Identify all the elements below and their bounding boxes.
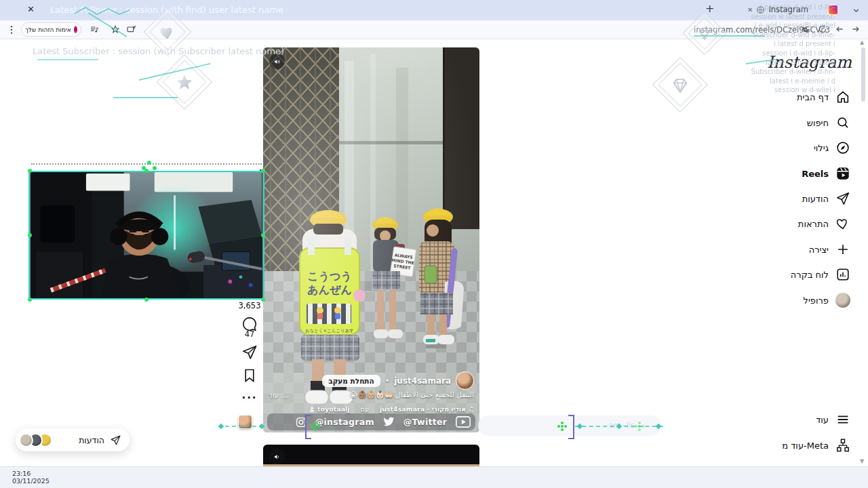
resize-handle[interactable]	[261, 298, 265, 302]
taskbar-clock[interactable]: 23:16 03/11/2025	[12, 470, 50, 485]
stream-ghost-text: Latest Subscriber : session (with Subscr…	[33, 46, 284, 56]
move-handle[interactable]	[311, 422, 320, 431]
play-button-icon[interactable]	[456, 416, 471, 428]
sidebar-item-profile[interactable]: פרופיל	[804, 292, 850, 308]
search-icon	[835, 115, 850, 130]
scrollbar-down-arrow[interactable]: ▼	[860, 458, 864, 464]
reel-user-row: התחלת מעקב • just4samara	[269, 371, 474, 390]
paper-plane-icon	[110, 434, 121, 446]
more-options-button[interactable]: ···	[231, 392, 269, 404]
sidebar-item-create[interactable]: יצירה	[809, 241, 850, 258]
forward-arrow-icon[interactable]	[850, 24, 861, 35]
plus-icon	[835, 242, 850, 257]
rotate-handle[interactable]	[142, 166, 146, 170]
twitter-bird-icon	[383, 417, 395, 427]
selection-bracket-right[interactable]	[568, 415, 574, 439]
scrollbar-thumb[interactable]	[861, 47, 865, 102]
ghost-line: session w latest present-	[710, 12, 835, 22]
tab-list-chevron-down-icon[interactable]	[852, 6, 861, 15]
reel-user-avatar[interactable]	[456, 371, 474, 390]
gem-deco-icon	[669, 75, 691, 96]
ghost-line: i e-wld i pesseiBi e-wliel	[710, 21, 835, 30]
ghost-line: session w d-wliel i	[710, 85, 835, 95]
ghost-line: i pesseiw d-wld i d-lip-	[710, 3, 835, 12]
heart-icon	[835, 216, 850, 231]
avatar	[19, 433, 33, 447]
compass-icon	[835, 140, 850, 155]
meta-apps-icon	[835, 438, 850, 453]
mute-button[interactable]	[269, 449, 285, 464]
save-button[interactable]	[231, 367, 269, 384]
star-deco-icon	[174, 72, 195, 94]
sidebar-label: עוד	[816, 415, 829, 425]
sidebar-label: הודעות	[802, 194, 829, 204]
glitch-zigzag	[75, 5, 130, 18]
sidebar-label: חיפוש	[807, 118, 829, 128]
rotate-handle[interactable]	[147, 161, 151, 165]
sidebar-item-notifications[interactable]: התראות	[798, 216, 850, 232]
sidebar-item-explore[interactable]: גילוי	[814, 140, 850, 156]
verification-badge-icon	[74, 26, 77, 33]
glitch-underline	[37, 59, 98, 60]
sidebar-label: יצירה	[809, 245, 829, 255]
sidebar-item-more-from-meta[interactable]: עוד מ-Meta	[782, 437, 850, 453]
heart-deco-icon	[158, 23, 177, 42]
video-social-bar: @instagram @Twitter	[267, 413, 475, 430]
follow-button[interactable]: התחלת מעקב	[322, 375, 380, 387]
move-handle[interactable]	[635, 422, 644, 431]
clock-time: 23:16	[12, 470, 50, 477]
messages-pill-label: הודעות	[79, 435, 104, 445]
reel-video[interactable]: ALWAYS MIND THE STREET こうつう あんぜん	[263, 47, 479, 432]
share-button[interactable]	[231, 344, 269, 361]
scrollbar-up-arrow[interactable]: ▲	[860, 39, 864, 45]
selection-node[interactable]	[218, 424, 224, 429]
ghost-line: latest i e-mei d-bieei	[710, 58, 835, 68]
move-handle[interactable]	[557, 422, 567, 431]
resize-handle[interactable]	[261, 233, 265, 237]
messages-avatars	[24, 433, 52, 447]
sidebar-item-more[interactable]: עוד	[816, 411, 850, 428]
twitter-handle: @Twitter	[403, 417, 447, 427]
speaker-icon	[273, 58, 281, 66]
reel-caption-row[interactable]: التنقل للجميع حتى الاطفال 🤲🏻👶🏻👶🏼👶🏽😭 ... …	[269, 390, 474, 399]
bookmark-icon	[241, 367, 258, 384]
reel-username[interactable]: just4samara	[394, 376, 451, 386]
glitch-line	[113, 97, 178, 98]
sidebar-item-search[interactable]: חיפוש	[807, 115, 850, 131]
overlay-gem-diamond	[652, 57, 708, 113]
webcam-feed	[30, 172, 263, 298]
media-playlist-icon[interactable]	[90, 24, 100, 35]
resize-handle[interactable]	[28, 298, 32, 302]
next-reel-video[interactable]	[263, 445, 479, 466]
instagram-handle: @instagram	[315, 417, 374, 427]
identity-verification-pill[interactable]: אימות הזהות שלך	[21, 22, 81, 37]
resize-handle[interactable]	[144, 298, 149, 302]
profile-avatar	[835, 293, 850, 308]
reels-icon	[835, 166, 850, 181]
dot-separator: •	[385, 376, 390, 385]
sidebar-item-dashboard[interactable]: לוח בקרה	[791, 266, 850, 283]
rotate-handle[interactable]	[153, 166, 157, 170]
messages-floating-pill[interactable]: הודעות	[16, 428, 130, 451]
windows-taskbar: 23:16 03/11/2025 ع i ♪ ♪♪ A חפש	[0, 466, 868, 488]
sidebar-item-messages[interactable]: הודעות	[802, 190, 850, 207]
window-close-button[interactable]: ✕	[27, 4, 35, 14]
webcam-overlay[interactable]	[28, 171, 264, 300]
audio-attribution[interactable]: ♫ אודיו מקורי · just4samara	[380, 405, 474, 413]
sidebar-item-reels[interactable]: Reels	[802, 165, 850, 182]
tagged-user[interactable]: toyotaalj	[309, 405, 350, 413]
browser-menu-icon[interactable]	[7, 25, 16, 35]
sidebar-label: עוד מ-Meta	[782, 441, 829, 451]
clock-date: 03/11/2025	[12, 477, 50, 485]
back-arrow-icon[interactable]	[834, 24, 845, 35]
like-count: 3,653	[231, 301, 269, 310]
save-to-screen-icon[interactable]	[126, 24, 137, 35]
resize-handle[interactable]	[261, 169, 265, 173]
resize-handle[interactable]	[28, 169, 32, 173]
resize-handle[interactable]	[28, 233, 32, 237]
sidebar-label: Reels	[802, 169, 829, 179]
caption-more-button[interactable]: ... עוד	[269, 391, 288, 399]
paper-plane-icon	[835, 191, 850, 206]
reel-caption: التنقل للجميع حتى الاطفال 🤲🏻👶🏻👶🏼👶🏽😭	[349, 390, 474, 399]
sidebar-label: התראות	[798, 219, 829, 229]
